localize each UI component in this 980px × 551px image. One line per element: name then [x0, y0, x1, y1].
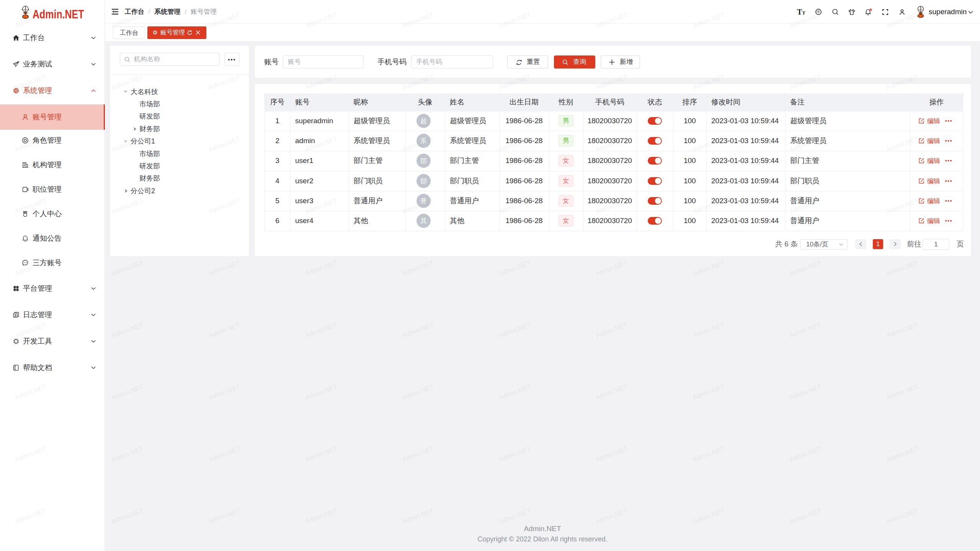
svg-text:中: 中 — [817, 10, 820, 14]
